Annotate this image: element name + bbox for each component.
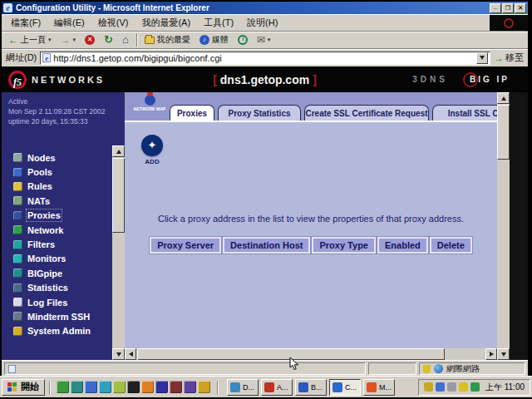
sidebar-item-filters[interactable]: Filters	[13, 237, 110, 251]
mail-dropdown-icon[interactable]: ▾	[268, 37, 271, 43]
tab-proxies[interactable]: Proxies	[170, 105, 214, 121]
add-proxy-button[interactable]	[141, 135, 163, 156]
home-button[interactable]	[119, 34, 132, 46]
favorites-button[interactable]: 我的最愛	[141, 33, 194, 47]
capture-dark-edge	[510, 92, 528, 360]
sidebar-scroll-down-button[interactable]	[112, 348, 125, 360]
sidebar-item-rules[interactable]: Rules	[13, 180, 110, 194]
menu-edit[interactable]: 編輯(E)	[48, 15, 91, 31]
ie-window: e Configuration Utility - Microsoft Inte…	[2, 2, 528, 376]
go-button[interactable]: 移至	[494, 52, 524, 64]
col-delete[interactable]: Delete	[430, 237, 472, 254]
quick-launch-icon[interactable]	[198, 381, 210, 393]
taskbar-window-button-5[interactable]: M...	[363, 379, 395, 396]
back-button[interactable]: ← 上一頁 ▾	[5, 33, 55, 47]
quick-launch-icon[interactable]	[155, 381, 168, 393]
stop-button[interactable]	[81, 34, 98, 46]
menu-favorites[interactable]: 我的最愛(A)	[135, 15, 196, 31]
favorites-icon	[145, 37, 155, 44]
sidebar-item-mindterm-ssh[interactable]: Mindterm SSH	[13, 309, 110, 323]
windows-flag-icon	[7, 382, 17, 392]
sidebar-item-system-admin[interactable]: System Admin	[13, 324, 110, 338]
sidebar-item-nats[interactable]: NATs	[13, 194, 110, 208]
history-button[interactable]	[234, 34, 251, 46]
quick-launch-icon[interactable]	[99, 381, 111, 393]
sidebar-scrollbar-thumb[interactable]	[112, 158, 125, 233]
content-scroll-left-button[interactable]	[125, 348, 136, 360]
menu-file[interactable]: 檔案(F)	[5, 15, 47, 31]
title-bar[interactable]: e Configuration Utility - Microsoft Inte…	[2, 2, 528, 14]
quick-launch-icon[interactable]	[57, 381, 69, 393]
minimize-button[interactable]	[490, 3, 501, 13]
tray-icon[interactable]	[459, 382, 468, 392]
refresh-icon	[104, 35, 113, 45]
taskbar-window-button-1[interactable]: D...	[227, 379, 259, 396]
taskbar-window-button-4[interactable]: C...	[329, 379, 361, 396]
quick-launch-icon[interactable]	[184, 381, 196, 393]
taskbar-window-button-2[interactable]: A...	[261, 379, 293, 396]
quick-launch-icon[interactable]	[71, 381, 83, 393]
address-input[interactable]	[53, 53, 474, 63]
quick-launch-icon[interactable]	[85, 381, 97, 393]
content-scroll-down-button[interactable]	[497, 348, 510, 360]
content-scroll-right-button[interactable]	[485, 348, 497, 360]
quick-launch-icon[interactable]	[170, 381, 182, 393]
menu-tools[interactable]: 工具(T)	[198, 15, 239, 31]
sidebar-scrollbar[interactable]	[112, 145, 125, 360]
quick-launch-icon[interactable]	[127, 381, 140, 393]
col-enabled[interactable]: Enabled	[377, 237, 428, 254]
tab-proxy-statistics[interactable]: Proxy Statistics	[218, 105, 301, 121]
tray-icon[interactable]	[436, 382, 445, 392]
sidebar-item-proxies[interactable]: Proxies	[13, 209, 110, 223]
sidebar-item-statistics[interactable]: Statistics	[13, 281, 110, 295]
col-proxy-type[interactable]: Proxy Type	[312, 237, 376, 254]
tab-install-ssl-certificate[interactable]: Install SSL Certifi	[432, 105, 497, 121]
menu-help[interactable]: 說明(H)	[241, 15, 283, 31]
volume-icon[interactable]	[424, 382, 433, 392]
sidebar-scroll-up-button[interactable]	[112, 145, 125, 157]
tab-create-ssl-certificate-request[interactable]: Create SSL Certificate Request	[304, 105, 429, 121]
window-icon	[367, 382, 377, 392]
quick-launch-icon[interactable]	[141, 381, 154, 393]
content-frame: NETWORK MAP Proxies Proxy Statistics Cre…	[125, 92, 497, 360]
taskbar-clock: 上午 11:00	[485, 382, 525, 393]
content-vscrollbar-thumb[interactable]	[497, 105, 510, 160]
forward-dropdown-icon[interactable]: ▾	[73, 37, 76, 43]
sidebar-item-bigpipe[interactable]: BIGpipe	[13, 266, 110, 280]
status-active: Active	[8, 96, 125, 106]
network-map-button[interactable]: NETWORK MAP	[133, 95, 166, 111]
content-vscrollbar[interactable]	[497, 92, 510, 360]
media-button[interactable]: 媒體	[196, 33, 232, 47]
tray-icon[interactable]	[470, 382, 480, 392]
network-icon	[13, 225, 22, 234]
quick-launch-bar	[54, 381, 213, 393]
taskbar-window-button-3[interactable]: B...	[295, 379, 327, 396]
maximize-button[interactable]	[502, 3, 514, 13]
sidebar-item-network[interactable]: Network	[13, 223, 110, 237]
quick-launch-icon[interactable]	[113, 381, 126, 393]
start-button[interactable]: 開始	[2, 379, 45, 396]
back-label: 上一頁	[21, 34, 46, 46]
throbber-logo	[490, 15, 528, 32]
col-proxy-server[interactable]: Proxy Server	[150, 237, 221, 254]
taskbar-separator	[217, 381, 218, 394]
sidebar-item-nodes[interactable]: Nodes	[13, 150, 110, 165]
tray-icon[interactable]	[447, 382, 456, 392]
back-dropdown-icon[interactable]: ▾	[48, 37, 52, 43]
pools-icon	[13, 168, 22, 177]
refresh-button[interactable]	[101, 34, 116, 46]
menu-view[interactable]: 檢視(V)	[92, 15, 135, 31]
forward-button[interactable]: → ▾	[57, 34, 80, 46]
start-label: 開始	[21, 381, 39, 393]
address-dropdown-button[interactable]	[476, 52, 488, 64]
sidebar-item-pools[interactable]: Pools	[13, 165, 110, 179]
content-scroll-up-button[interactable]	[497, 92, 510, 104]
sidebar-item-monitors[interactable]: Monitors	[13, 252, 110, 266]
content-hscrollbar[interactable]	[125, 348, 497, 360]
sidebar-item-log-files[interactable]: Log Files	[13, 295, 110, 309]
col-destination-host[interactable]: Destination Host	[223, 237, 310, 254]
close-button[interactable]	[515, 3, 526, 13]
mail-button[interactable]: ▾	[254, 34, 274, 46]
sidebar: Active Mon Sep 2 11:09:28 CST 2002 uptim…	[2, 92, 125, 360]
screen: e Configuration Utility - Microsoft Inte…	[0, 0, 532, 399]
